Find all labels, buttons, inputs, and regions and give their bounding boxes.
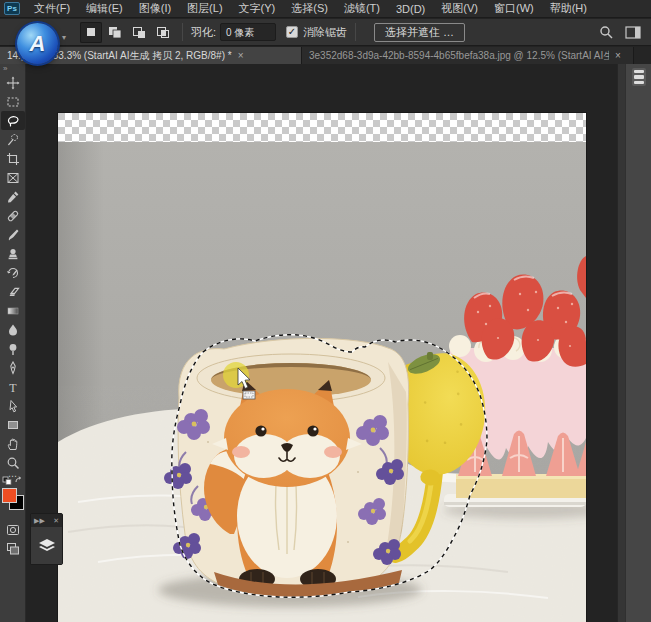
startai-logo-letter: A xyxy=(30,31,46,57)
hand-tool[interactable] xyxy=(1,434,25,453)
collapsed-panel[interactable]: ▶▶ ✕ xyxy=(30,513,63,565)
menu-window[interactable]: 窗口(W) xyxy=(486,0,542,18)
gradient-tool[interactable] xyxy=(1,301,25,320)
crop-icon xyxy=(6,152,20,166)
add-selection-icon xyxy=(107,25,123,39)
eyedropper-tool[interactable] xyxy=(1,187,25,206)
collapsed-panel-body[interactable] xyxy=(31,527,62,564)
quick-selection-icon xyxy=(6,133,20,147)
intersect-selection-icon xyxy=(155,25,171,39)
rectangle-icon xyxy=(6,418,20,432)
menu-3d[interactable]: 3D(D) xyxy=(388,0,433,18)
layers-icon xyxy=(38,538,56,554)
type-tool[interactable]: T xyxy=(1,377,25,396)
menu-image[interactable]: 图像(I) xyxy=(131,0,179,18)
blur-tool[interactable] xyxy=(1,320,25,339)
select-and-mask-button[interactable]: 选择并遮住 … xyxy=(374,23,465,42)
path-selection-tool[interactable] xyxy=(1,396,25,415)
tab2-label: 3e352d68-3d9a-42bb-8594-4b65fbefa38a.jpg… xyxy=(309,49,609,63)
transparent-pixels-strip xyxy=(58,113,586,142)
quick-mask-icon xyxy=(6,523,20,537)
quick-mask-button[interactable] xyxy=(1,520,25,539)
collapsed-panel-header: ▶▶ ✕ xyxy=(31,514,62,527)
frame-tool[interactable] xyxy=(1,168,25,187)
photoshop-logo-icon: Ps xyxy=(4,2,20,15)
logo-caret-icon[interactable]: ▾ xyxy=(62,33,66,42)
panel-expand-icon[interactable]: ▶▶ xyxy=(34,517,45,525)
quick-selection-tool[interactable] xyxy=(1,130,25,149)
pen-tool[interactable] xyxy=(1,358,25,377)
toolbar-collapse-icon[interactable]: » xyxy=(3,65,7,73)
clone-stamp-tool[interactable] xyxy=(1,244,25,263)
feather-label: 羽化: xyxy=(191,25,216,40)
dock-divider xyxy=(617,64,625,622)
pen-icon xyxy=(6,361,20,375)
blur-drop-icon xyxy=(6,323,20,337)
toolbar: » T ⋯ xyxy=(0,64,26,622)
dodge-icon xyxy=(6,342,20,356)
healing-icon xyxy=(6,209,20,223)
feather-input[interactable]: 0 像素 xyxy=(220,23,276,41)
brush-tool[interactable] xyxy=(1,225,25,244)
move-tool[interactable] xyxy=(1,73,25,92)
tab1-close-icon[interactable]: × xyxy=(238,50,244,61)
lasso-tool[interactable] xyxy=(1,111,25,130)
lasso-icon xyxy=(6,114,20,128)
tab2-close-icon[interactable]: × xyxy=(615,50,621,61)
type-icon: T xyxy=(6,380,20,394)
panel-close-icon[interactable]: ✕ xyxy=(53,517,59,525)
options-separator2 xyxy=(355,23,356,41)
menu-select[interactable]: 选择(S) xyxy=(283,0,336,18)
zoom-icon xyxy=(6,456,20,470)
new-selection-button[interactable] xyxy=(80,22,102,43)
photo-content xyxy=(58,142,586,622)
screen-mode-icon xyxy=(6,542,20,556)
brush-icon xyxy=(6,228,20,242)
menu-layer[interactable]: 图层(L) xyxy=(179,0,230,18)
subtract-from-selection-button[interactable] xyxy=(128,22,150,43)
startai-logo[interactable]: A xyxy=(17,23,58,64)
antialias-label: 消除锯齿 xyxy=(303,25,347,40)
move-icon xyxy=(6,76,20,90)
new-selection-icon xyxy=(84,25,98,39)
photoshop-window: Ps 文件(F) 编辑(E) 图像(I) 图层(L) 文字(Y) 选择(S) 滤… xyxy=(0,0,651,622)
zoom-tool[interactable] xyxy=(1,453,25,472)
search-icon[interactable] xyxy=(599,25,613,39)
marquee-icon xyxy=(6,95,20,109)
document-tab-bar: 14.psd @ 33.3% (StartAI AI生成 拷贝 2, RGB/8… xyxy=(0,47,651,64)
svg-text:T: T xyxy=(9,380,17,394)
menu-file[interactable]: 文件(F) xyxy=(26,0,78,18)
add-to-selection-button[interactable] xyxy=(104,22,126,43)
crop-tool[interactable] xyxy=(1,149,25,168)
path-select-icon xyxy=(6,399,20,413)
rectangular-marquee-tool[interactable] xyxy=(1,92,25,111)
dodge-tool[interactable] xyxy=(1,339,25,358)
collapsed-panels-icon[interactable] xyxy=(632,68,646,86)
spot-healing-tool[interactable] xyxy=(1,206,25,225)
document[interactable] xyxy=(58,113,586,622)
options-right-icons xyxy=(599,25,641,39)
intersect-selection-button[interactable] xyxy=(152,22,174,43)
menu-type[interactable]: 文字(Y) xyxy=(231,0,284,18)
eraser-tool[interactable] xyxy=(1,282,25,301)
hand-icon xyxy=(6,437,20,451)
workspace-icon[interactable] xyxy=(625,26,641,39)
antialias-checkbox[interactable]: ✓ xyxy=(286,26,298,38)
eraser-icon xyxy=(6,285,20,299)
menu-help[interactable]: 帮助(H) xyxy=(542,0,595,18)
canvas-area[interactable]: ▶▶ ✕ xyxy=(26,64,617,622)
rectangle-shape-tool[interactable] xyxy=(1,415,25,434)
workspace: » T ⋯ xyxy=(0,64,651,622)
menu-filter[interactable]: 滤镜(T) xyxy=(336,0,388,18)
swap-colors-icon[interactable] xyxy=(2,476,24,486)
foreground-color-swatch[interactable] xyxy=(2,488,17,503)
history-brush-tool[interactable] xyxy=(1,263,25,282)
menu-bar: Ps 文件(F) 编辑(E) 图像(I) 图层(L) 文字(Y) 选择(S) 滤… xyxy=(0,0,651,18)
screen-mode-button[interactable] xyxy=(1,539,25,558)
tab-document-2[interactable]: 3e352d68-3d9a-42bb-8594-4b65fbefa38a.jpg… xyxy=(302,47,634,64)
gradient-icon xyxy=(6,304,20,318)
frame-icon xyxy=(6,171,20,185)
menu-view[interactable]: 视图(V) xyxy=(433,0,486,18)
menu-edit[interactable]: 编辑(E) xyxy=(78,0,131,18)
dock-strip xyxy=(625,64,651,622)
